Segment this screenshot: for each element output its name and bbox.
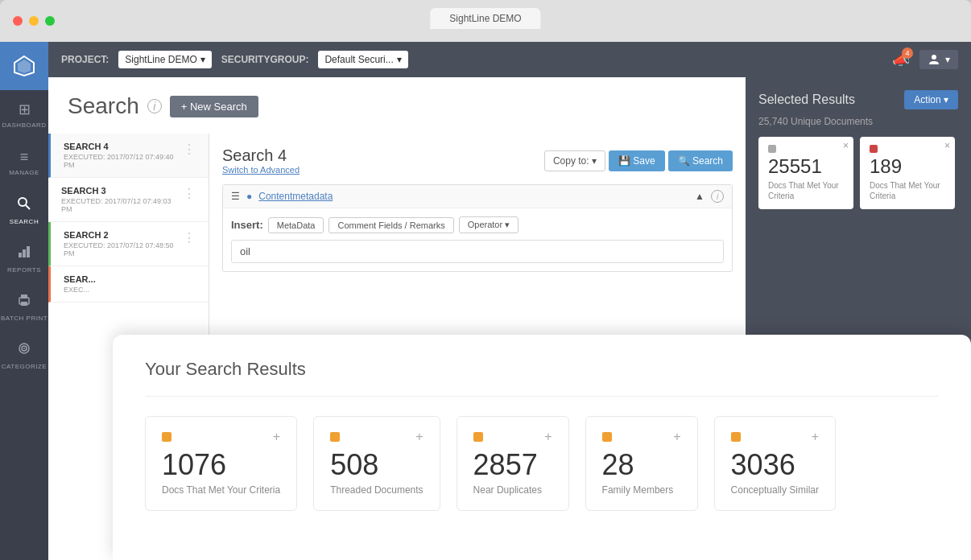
copy-to-button[interactable]: Copy to: ▾: [544, 150, 605, 171]
run-search-button[interactable]: 🔍 Search: [668, 150, 733, 171]
page-title: Search: [68, 93, 139, 119]
svg-point-12: [23, 348, 25, 349]
project-dropdown-arrow: ▾: [200, 54, 205, 65]
manage-icon: ≡: [20, 149, 29, 166]
stat-plus-2[interactable]: +: [544, 430, 552, 444]
svg-marker-1: [18, 60, 31, 73]
search-item-date: EXEC...: [64, 286, 196, 294]
stat-card-0: + 1076 Docs That Met Your Criteria: [145, 416, 297, 511]
stat-number-2: 2857: [473, 451, 552, 480]
reports-icon: [17, 245, 31, 263]
criteria-collapse-icon[interactable]: ▲: [695, 191, 704, 202]
search-item-date: EXECUTED: 2017/07/12 07:49:40 PM: [64, 153, 196, 169]
criteria-status-icon: ●: [246, 191, 252, 202]
search-item-date: EXECUTED: 2017/07/12 07:49:03 PM: [61, 197, 196, 213]
results-divider: [145, 396, 939, 397]
drag-handle: ⋮: [183, 142, 196, 157]
stat-plus-3[interactable]: +: [673, 430, 680, 444]
app-container: ⊞ DASHBOARD ≡ MANAGE SEARCH REPORTS BATC…: [0, 42, 971, 560]
user-menu[interactable]: ▾: [919, 50, 958, 69]
sidebar-label-categorize: CATEGORIZE: [2, 363, 47, 370]
help-icon[interactable]: i: [147, 99, 162, 113]
minimize-button[interactable]: [29, 16, 39, 26]
svg-rect-8: [21, 294, 27, 299]
header-bar: PROJECT: SightLine DEMO ▾ SECURITYGROUP:…: [48, 42, 971, 77]
search-list-item[interactable]: ⋮ SEARCH 3 EXECUTED: 2017/07/12 07:49:03…: [48, 178, 209, 222]
app-logo: [0, 42, 48, 90]
stat-indicator-3: [602, 432, 612, 442]
result-card-indicator-2: [870, 145, 878, 153]
search-list-item[interactable]: ⋮ SEARCH 4 EXECUTED: 2017/07/12 07:49:40…: [48, 134, 209, 178]
traffic-lights: [13, 16, 55, 26]
action-button[interactable]: Action ▾: [904, 90, 958, 109]
batchprint-icon: [17, 293, 31, 311]
svg-rect-9: [21, 302, 27, 306]
securitygroup-dropdown[interactable]: Default Securi... ▾: [318, 51, 407, 68]
criteria-box: ☰ ● Contentmetadata ▲ i Insert: MetaData…: [222, 184, 733, 272]
stat-plus-0[interactable]: +: [273, 430, 280, 444]
sidebar-item-manage[interactable]: ≡ MANAGE: [0, 138, 48, 187]
page-title-row: Search i + New Search: [68, 93, 726, 119]
sidebar-label-reports: REPORTS: [7, 266, 41, 274]
stat-indicator-2: [473, 432, 483, 442]
dashboard-icon: ⊞: [19, 101, 31, 118]
stat-label-4: Conceptually Similar: [731, 484, 819, 497]
search-item-date: EXECUTED: 2017/07/12 07:48:50 PM: [64, 241, 196, 257]
stat-label-0: Docs That Met Your Criteria: [162, 484, 280, 497]
project-dropdown[interactable]: SightLine DEMO ▾: [118, 51, 211, 68]
criteria-help-icon[interactable]: i: [711, 190, 724, 203]
securitygroup-value: Default Securi...: [324, 54, 393, 65]
insert-metadata-button[interactable]: MetaData: [268, 217, 324, 233]
sidebar-item-search[interactable]: SEARCH: [0, 187, 48, 235]
svg-rect-6: [27, 246, 30, 257]
notification-bell[interactable]: 📣 4: [892, 51, 910, 68]
maximize-button[interactable]: [45, 16, 55, 26]
sidebar-item-dashboard[interactable]: ⊞ DASHBOARD: [0, 90, 48, 138]
stat-plus-4[interactable]: +: [812, 430, 819, 444]
new-search-button[interactable]: + New Search: [170, 96, 258, 117]
stat-number-1: 508: [330, 451, 423, 480]
stat-card-3: + 28 Family Members: [585, 416, 698, 511]
stat-number-0: 1076: [162, 451, 280, 480]
result-card-number-1: 25551: [768, 156, 844, 177]
close-button[interactable]: [13, 16, 23, 26]
criteria-title-link[interactable]: Contentmetadata: [258, 191, 333, 202]
notification-badge: 4: [902, 47, 913, 59]
result-card-close-1[interactable]: ×: [843, 140, 849, 151]
sidebar-item-reports[interactable]: REPORTS: [0, 235, 48, 283]
sidebar-label-manage: MANAGE: [9, 169, 39, 176]
stat-label-1: Threaded Documents: [330, 484, 423, 497]
results-overlay: Your Search Results + 1076 Docs That Met…: [113, 335, 971, 560]
result-card-close-2[interactable]: ×: [944, 140, 950, 151]
insert-comments-button[interactable]: Comment Fields / Remarks: [328, 217, 453, 233]
securitygroup-label: SECURITYGROUP:: [221, 54, 309, 65]
sidebar-label-search: SEARCH: [10, 218, 39, 225]
save-button[interactable]: 💾 Save: [609, 150, 665, 171]
insert-operator-button[interactable]: Operator ▾: [459, 216, 519, 233]
search-icon: [17, 196, 31, 215]
result-card-1: × 25551 Docs That Met Your Criteria: [758, 137, 853, 209]
search-criteria-input[interactable]: [231, 240, 724, 263]
results-cards-row: + 1076 Docs That Met Your Criteria + 508…: [145, 416, 939, 511]
sidebar-item-batchprint[interactable]: BATCH PRINT: [0, 283, 48, 331]
main-content: Search i + New Search ⋮ SEARCH 4 EXECUTE…: [48, 77, 971, 560]
right-panel-title: Selected Results: [758, 93, 855, 107]
switch-advanced-link[interactable]: Switch to Advanced: [222, 165, 300, 175]
drag-handle: ⋮: [183, 230, 196, 245]
search-list-item[interactable]: ⋮ SEARCH 2 EXECUTED: 2017/07/12 07:48:50…: [48, 222, 209, 266]
stat-card-1: + 508 Threaded Documents: [313, 416, 440, 511]
categorize-icon: [17, 341, 31, 360]
stat-top-0: +: [162, 430, 280, 444]
window-tab: SightLine DEMO: [430, 8, 540, 29]
stat-label-2: Near Duplicates: [473, 484, 552, 497]
sidebar-item-categorize[interactable]: CATEGORIZE: [0, 331, 48, 380]
search-item-name: SEARCH 3: [61, 186, 196, 196]
stat-indicator-0: [162, 432, 171, 442]
search-list-item[interactable]: SEAR... EXEC...: [48, 266, 209, 303]
result-card-number-2: 189: [870, 156, 945, 177]
stat-plus-1[interactable]: +: [415, 430, 423, 444]
unique-docs-count: 25,740 Unique Documents: [758, 116, 958, 127]
svg-rect-5: [23, 249, 26, 257]
insert-label: Insert:: [231, 219, 263, 231]
window-chrome: SightLine DEMO: [0, 0, 971, 42]
